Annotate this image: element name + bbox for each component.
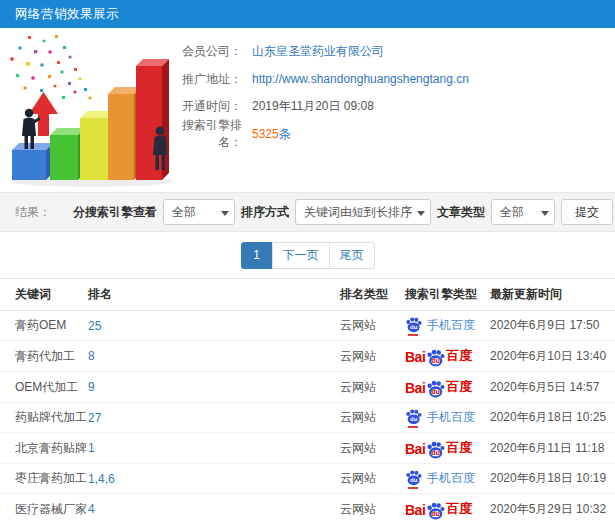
businessman-left — [22, 109, 41, 149]
header-updated: 最新更新时间 — [490, 279, 615, 311]
baidu-paw-icon: du — [405, 409, 422, 425]
rank-link[interactable]: 4 — [88, 502, 95, 516]
engine-type-cell: du 手机百度 — [405, 464, 490, 494]
rank-type-cell: 云网站 — [340, 403, 405, 433]
company-link[interactable]: 山东皇圣堂药业有限公司 — [252, 43, 384, 60]
rank-link[interactable]: 27 — [88, 411, 101, 425]
table-header-row: 关键词 排名 排名类型 搜索引擎类型 最新更新时间 — [0, 279, 615, 311]
engine-rank-row: 搜索引擎排名： 5325条 — [160, 121, 615, 149]
next-page-button[interactable]: 下一页 — [272, 242, 330, 269]
rank-cell: 9 — [88, 372, 340, 403]
article-type-label: 文章类型 — [437, 204, 485, 221]
baidu-paw-icon: du — [426, 380, 445, 398]
engine-type-cell: Bai du 百度 — [405, 341, 490, 372]
engine-label: 手机百度 — [427, 470, 475, 487]
baidu-paw-icon: du — [426, 441, 445, 459]
engine-type-cell: Bai du 百度 — [405, 372, 490, 403]
rank-cell: 25 — [88, 311, 340, 341]
baidu-paw-icon: du — [405, 317, 422, 334]
engine-label: 手机百度 — [427, 317, 475, 334]
table-row: 枣庄膏药加工 1,4,6 云网站 du 手机百度 2020年6月18日 10:1… — [0, 464, 615, 494]
baidu-bai-text: Bai — [405, 349, 425, 365]
rank-link[interactable]: 8 — [88, 349, 95, 363]
rank-type-cell: 云网站 — [340, 494, 405, 520]
submit-button[interactable]: 提交 — [561, 199, 613, 225]
page-header: 网络营销效果展示 — [0, 0, 615, 28]
promo-url-link[interactable]: http://www.shandonghuangshengtang.cn — [252, 72, 469, 86]
pagination-area: 1 下一页 尾页 — [0, 232, 615, 278]
engine-type-cell: Bai du 百度 — [405, 433, 490, 464]
open-time-value: 2019年11月20日 09:08 — [252, 98, 374, 115]
keyword-cell: 膏药代加工 — [0, 341, 88, 372]
header-keyword: 关键词 — [0, 279, 88, 311]
header-rank-type: 排名类型 — [340, 279, 405, 311]
table-row: OEM代加工 9 云网站 Bai du 百度 2020年6月5日 14:57 — [0, 372, 615, 403]
baidu-paw-icon: du — [405, 409, 422, 426]
sort-select[interactable]: 关键词由短到长排序 — [295, 199, 431, 225]
pagination: 1 下一页 尾页 — [241, 242, 375, 269]
engine-label: 百度 — [446, 500, 472, 518]
svg-text:du: du — [410, 477, 418, 483]
table-row: 北京膏药贴牌 1 云网站 Bai du 百度 2020年6月11日 11:18 — [0, 433, 615, 464]
engine-label: 手机百度 — [427, 409, 475, 426]
keyword-cell: 枣庄膏药加工 — [0, 464, 88, 494]
last-page-button[interactable]: 尾页 — [329, 242, 375, 269]
chevron-down-icon — [221, 211, 229, 216]
rank-type-cell: 云网站 — [340, 311, 405, 341]
sort-value: 关键词由短到长排序 — [304, 205, 412, 219]
updated-cell: 2020年6月9日 17:50 — [490, 311, 615, 341]
rank-link[interactable]: 25 — [88, 319, 101, 333]
svg-text:du: du — [432, 388, 440, 395]
table-row: 医疗器械厂家 4 云网站 Bai du 百度 2020年5月29日 10:32 — [0, 494, 615, 520]
rank-type-cell: 云网站 — [340, 433, 405, 464]
engine-label: 百度 — [446, 439, 472, 457]
updated-cell: 2020年6月5日 14:57 — [490, 372, 615, 403]
updated-cell: 2020年6月18日 10:25 — [490, 403, 615, 433]
baidu-paw-icon: du — [426, 502, 445, 520]
keyword-cell: 北京膏药贴牌 — [0, 433, 88, 464]
engine-type-cell: Bai du 百度 — [405, 494, 490, 520]
article-type-value: 全部 — [500, 205, 524, 219]
table-row: 膏药代加工 8 云网站 Bai du 百度 2020年6月10日 13:40 — [0, 341, 615, 372]
header-engine-type: 搜索引擎类型 — [405, 279, 490, 311]
keyword-cell: 膏药OEM — [0, 311, 88, 341]
baidu-bai-text: Bai — [405, 380, 425, 396]
updated-cell: 2020年6月18日 10:19 — [490, 464, 615, 494]
rank-type-cell: 云网站 — [340, 341, 405, 372]
rank-type-cell: 云网站 — [340, 464, 405, 494]
page-title: 网络营销效果展示 — [15, 7, 119, 21]
rank-link[interactable]: 9 — [88, 380, 95, 394]
promo-url-row: 推广地址： http://www.shandonghuangshengtang.… — [160, 66, 615, 94]
page-button-current[interactable]: 1 — [241, 242, 273, 269]
svg-text:du: du — [410, 324, 418, 330]
engine-filter-value: 全部 — [172, 205, 196, 219]
rank-link[interactable]: 1 — [88, 441, 95, 455]
rank-cell: 4 — [88, 494, 340, 520]
engine-filter-select[interactable]: 全部 — [163, 199, 235, 225]
member-info-fields: 会员公司： 山东皇圣堂药业有限公司 推广地址： http://www.shand… — [160, 28, 615, 148]
bar-green — [50, 128, 85, 180]
baidu-redline — [408, 426, 418, 428]
company-row: 会员公司： 山东皇圣堂药业有限公司 — [160, 38, 615, 66]
baidu-redline — [408, 334, 418, 336]
keyword-cell: 医疗器械厂家 — [0, 494, 88, 520]
keyword-cell: OEM代加工 — [0, 372, 88, 403]
baidu-bai-text: Bai — [405, 441, 425, 457]
header-rank: 排名 — [88, 279, 340, 311]
engine-rank-count: 5325 — [252, 127, 279, 141]
baidu-logo: Bai du 百度 — [405, 500, 472, 518]
rank-cell: 8 — [88, 341, 340, 372]
result-label: 结果： — [15, 204, 51, 221]
updated-cell: 2020年6月10日 13:40 — [490, 341, 615, 372]
chevron-down-icon — [417, 211, 425, 216]
updated-cell: 2020年6月11日 11:18 — [490, 433, 615, 464]
baidu-bai-text: Bai — [405, 502, 425, 518]
filter-bar: 结果： 分搜索引擎查看 全部 排序方式 关键词由短到长排序 文章类型 全部 提交 — [0, 192, 615, 232]
baidu-paw-icon: du — [405, 470, 422, 486]
engine-label: 百度 — [446, 347, 472, 365]
baidu-logo: Bai du 百度 — [405, 347, 472, 365]
rank-link[interactable]: 1,4,6 — [88, 472, 115, 486]
article-type-select[interactable]: 全部 — [491, 199, 555, 225]
svg-text:du: du — [410, 416, 418, 422]
member-info-section: 会员公司： 山东皇圣堂药业有限公司 推广地址： http://www.shand… — [0, 28, 615, 192]
